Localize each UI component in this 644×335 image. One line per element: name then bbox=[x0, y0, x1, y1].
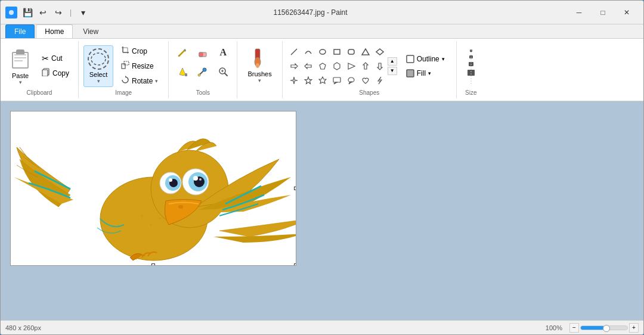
svg-marker-39 bbox=[363, 63, 368, 69]
tab-file[interactable]: File bbox=[5, 24, 35, 38]
save-button[interactable]: 💾 bbox=[21, 6, 34, 19]
right-triangle-shape-button[interactable] bbox=[345, 60, 358, 73]
status-bar: 480 x 260px 100% − + bbox=[1, 320, 643, 334]
svg-rect-54 bbox=[467, 70, 475, 76]
line-shape-button[interactable] bbox=[287, 45, 301, 58]
shapes-content: ▲ ▼ bbox=[287, 45, 397, 87]
rotate-button[interactable]: Rotate ▾ bbox=[116, 74, 163, 88]
left-arrow-shape-button[interactable] bbox=[302, 60, 315, 73]
heart-shape-button[interactable] bbox=[359, 74, 372, 87]
rounded-rect-shape-button[interactable] bbox=[345, 45, 358, 58]
lightning-shape-button[interactable] bbox=[373, 74, 386, 87]
shapes-group-label: Shapes bbox=[359, 89, 379, 96]
resize-icon bbox=[121, 61, 129, 71]
svg-marker-36 bbox=[320, 63, 326, 69]
brushes-button[interactable]: Brushes ▾ bbox=[242, 44, 277, 86]
paste-button[interactable]: Paste ▾ bbox=[5, 44, 35, 88]
svg-marker-34 bbox=[291, 64, 298, 69]
zoom-button[interactable] bbox=[214, 63, 232, 80]
color-picker-button[interactable] bbox=[194, 63, 212, 80]
copy-button[interactable]: Copy bbox=[38, 66, 73, 80]
outline-fill-options: Outline ▾ Fill ▾ bbox=[400, 53, 451, 79]
clipboard-group: Paste ▾ ✂ Cut bbox=[1, 41, 79, 98]
callout-rect-button[interactable] bbox=[330, 74, 343, 87]
hexagon-shape-button[interactable] bbox=[330, 60, 343, 73]
paste-dropdown-icon[interactable]: ▾ bbox=[19, 79, 22, 85]
maximize-button[interactable]: □ bbox=[591, 4, 615, 21]
svg-point-4 bbox=[91, 53, 106, 65]
rect-shape-button[interactable] bbox=[330, 45, 343, 58]
resize-button[interactable]: Resize bbox=[116, 59, 163, 73]
close-button[interactable]: ✕ bbox=[615, 4, 639, 21]
svg-marker-37 bbox=[334, 63, 340, 70]
svg-rect-10 bbox=[124, 61, 129, 65]
star5-shape-button[interactable] bbox=[302, 74, 315, 87]
zoom-out-button[interactable]: − bbox=[569, 323, 579, 333]
minimize-button[interactable]: ─ bbox=[567, 4, 591, 21]
select-icon bbox=[88, 48, 109, 70]
select-button[interactable]: Select ▾ bbox=[83, 45, 113, 87]
svg-rect-17 bbox=[185, 73, 187, 76]
fill-button[interactable]: Fill ▾ bbox=[402, 67, 449, 79]
image-group-label: Image bbox=[115, 89, 132, 96]
diamond-shape-button[interactable] bbox=[373, 45, 386, 58]
eraser-button[interactable] bbox=[194, 44, 212, 61]
shapes-scroll-down[interactable]: ▼ bbox=[388, 67, 397, 75]
svg-point-62 bbox=[193, 176, 198, 181]
zoom-label: 100% bbox=[546, 324, 562, 331]
oval-shape-button[interactable] bbox=[316, 45, 329, 58]
undo-button[interactable]: ↩ bbox=[36, 6, 49, 19]
tools-row-1: A bbox=[174, 44, 232, 61]
fill-button[interactable] bbox=[174, 63, 191, 80]
selection-handle-bottom-mid[interactable] bbox=[151, 263, 155, 266]
shapes-scroll-up[interactable]: ▲ bbox=[388, 57, 397, 66]
zoom-slider[interactable] bbox=[580, 325, 628, 330]
image-group-content: Select ▾ bbox=[83, 44, 163, 88]
star4-shape-button[interactable] bbox=[287, 74, 301, 87]
size-group-content bbox=[462, 44, 481, 88]
pencil-button[interactable] bbox=[174, 44, 191, 61]
resize-label: Resize bbox=[132, 62, 154, 70]
svg-point-29 bbox=[320, 49, 326, 54]
right-arrow-shape-button[interactable] bbox=[287, 60, 301, 73]
svg-point-69 bbox=[141, 215, 143, 217]
svg-point-27 bbox=[256, 63, 259, 68]
triangle-shape-button[interactable] bbox=[359, 45, 372, 58]
selection-handle-right-mid[interactable] bbox=[294, 187, 296, 190]
text-button[interactable]: A bbox=[214, 44, 232, 61]
tab-view[interactable]: View bbox=[74, 24, 107, 38]
svg-rect-9 bbox=[122, 64, 125, 69]
svg-rect-16 bbox=[199, 52, 203, 57]
up-arrow-shape-button[interactable] bbox=[359, 60, 372, 73]
cut-button[interactable]: ✂ Cut bbox=[38, 52, 73, 65]
bird-image bbox=[11, 111, 296, 266]
crop-button[interactable]: Crop bbox=[116, 44, 163, 58]
canvas-area[interactable] bbox=[1, 101, 643, 320]
outline-label: Outline bbox=[417, 55, 439, 63]
redo-button[interactable]: ↪ bbox=[52, 6, 65, 19]
pentagon-shape-button[interactable] bbox=[316, 60, 329, 73]
star6-shape-button[interactable] bbox=[316, 74, 329, 87]
svg-point-68 bbox=[178, 205, 183, 209]
svg-marker-38 bbox=[348, 63, 355, 69]
status-info: 480 x 260px bbox=[5, 324, 41, 331]
zoom-slider-thumb[interactable] bbox=[603, 325, 610, 332]
ribbon-content: Paste ▾ ✂ Cut bbox=[1, 39, 643, 101]
curve-shape-button[interactable] bbox=[302, 45, 315, 58]
image-group: Select ▾ bbox=[79, 41, 169, 98]
callout-oval-button[interactable] bbox=[345, 74, 358, 87]
selection-handle-bottom-right[interactable] bbox=[294, 263, 296, 266]
tab-home[interactable]: Home bbox=[36, 24, 73, 38]
svg-line-28 bbox=[291, 49, 297, 55]
outline-button[interactable]: Outline ▾ bbox=[402, 53, 449, 65]
svg-point-71 bbox=[159, 218, 161, 220]
select-label: Select bbox=[89, 71, 108, 78]
title-bar: 💾 ↩ ↪ | ▾ 1156263447.jpg - Paint ─ □ ✕ bbox=[1, 1, 643, 24]
svg-point-19 bbox=[203, 68, 206, 72]
crop-icon bbox=[121, 46, 129, 56]
customize-quick-access-button[interactable]: ▾ bbox=[76, 6, 89, 19]
size-control[interactable] bbox=[462, 46, 481, 86]
brush-icon bbox=[248, 46, 272, 70]
down-arrow-shape-button[interactable] bbox=[373, 60, 386, 73]
zoom-in-button[interactable]: + bbox=[629, 323, 639, 333]
